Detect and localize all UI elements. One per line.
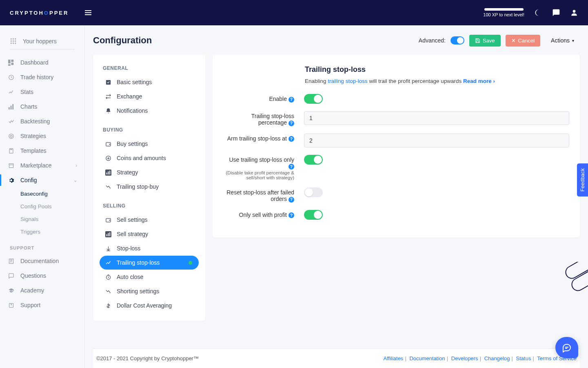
wallet-icon <box>104 140 112 147</box>
menu-toggle-icon[interactable] <box>85 10 91 15</box>
help-icon[interactable]: ? <box>288 120 294 126</box>
sidebar-item-label: Config <box>20 177 37 183</box>
sidebar-item-strategies[interactable]: Strategies <box>0 129 84 143</box>
footer-link-documentation[interactable]: Documentation <box>409 355 445 361</box>
save-icon <box>475 38 480 43</box>
cancel-button[interactable]: ✕ Cancel <box>506 35 540 47</box>
footer-link-developers[interactable]: Developers <box>451 355 478 361</box>
sidebar-item-dashboard[interactable]: Dashboard <box>0 55 84 70</box>
arrow-down-icon <box>104 245 112 252</box>
svg-rect-31 <box>109 170 110 174</box>
footer-link-changelog[interactable]: Changelog <box>484 355 510 361</box>
sidebar-item-charts[interactable]: Charts <box>0 99 84 114</box>
svg-point-33 <box>109 220 110 220</box>
cfg-item-label: Stop-loss <box>117 245 140 252</box>
messages-icon[interactable] <box>552 9 560 17</box>
read-more-link[interactable]: Read more <box>463 78 495 84</box>
cfg-item-shorting-settings[interactable]: Shorting settings <box>100 284 199 298</box>
help-icon[interactable]: ? <box>288 164 294 170</box>
advanced-toggle[interactable] <box>450 36 464 45</box>
sidebar-item-label: Your hoppers <box>23 38 57 45</box>
svg-rect-2 <box>13 38 14 40</box>
clock-icon <box>104 273 112 281</box>
sidebar-item-stats[interactable]: Stats <box>0 85 84 99</box>
help-icon[interactable]: ? <box>288 197 294 203</box>
profit-label: Only sell with profit? <box>223 210 297 219</box>
sidebar-item-config[interactable]: Config ⌄ <box>0 173 84 187</box>
reset-toggle[interactable] <box>304 187 323 197</box>
sidebar-subitem-triggers[interactable]: Triggers <box>20 225 84 238</box>
help-icon[interactable]: ? <box>288 136 294 142</box>
svg-rect-8 <box>13 43 14 44</box>
svg-rect-21 <box>9 165 13 167</box>
trailing-stop-loss-link[interactable]: trailing stop-loss <box>328 78 368 84</box>
sidebar-item-support[interactable]: Support <box>0 298 84 312</box>
trend-down-icon <box>104 183 112 190</box>
sidebar-subitem-signals[interactable]: Signals <box>20 213 84 225</box>
svg-rect-20 <box>9 148 13 153</box>
sidebar-item-label: Support <box>20 302 40 308</box>
save-button[interactable]: Save <box>469 35 501 47</box>
cfg-item-basic-settings[interactable]: Basic settings <box>100 75 199 89</box>
sidebar-item-academy[interactable]: Academy <box>0 283 84 298</box>
enable-toggle[interactable] <box>304 94 323 104</box>
sidebar-item-label: Strategies <box>20 133 46 139</box>
only-toggle[interactable] <box>304 155 323 165</box>
chat-icon <box>562 343 572 352</box>
sidebar-subitem-config-pools[interactable]: Config Pools <box>20 200 84 213</box>
cfg-item-sell-settings[interactable]: Sell settings <box>100 213 199 227</box>
cfg-item-exchange[interactable]: Exchange <box>100 89 199 103</box>
chart-icon <box>104 230 112 238</box>
chat-button[interactable] <box>555 337 578 358</box>
sidebar-item-backtesting[interactable]: Backtesting <box>0 114 84 129</box>
feedback-tab[interactable]: Feedback <box>577 163 588 196</box>
only-label: Use trailing stop-loss only? (Disable ta… <box>223 155 297 181</box>
group-header-general: GENERAL <box>100 63 199 75</box>
footer-link-status[interactable]: Status <box>516 355 531 361</box>
checkbox-icon <box>104 78 112 86</box>
config-form-panel: Trailing stop-loss Enabling trailing sto… <box>213 55 580 238</box>
xp-indicator[interactable]: 100 XP to next level! <box>483 8 524 17</box>
sidebar-item-documentation[interactable]: Documentation <box>0 254 84 268</box>
user-icon[interactable] <box>570 9 578 17</box>
sidebar-item-label: Dashboard <box>20 59 49 66</box>
copyright-text: ©2017 - 2021 Copyright by Cryptohopper™ <box>96 355 199 361</box>
cfg-item-label: Sell strategy <box>117 231 148 237</box>
percent-input[interactable] <box>304 111 569 125</box>
sidebar-item-questions[interactable]: Questions <box>0 268 84 283</box>
cfg-item-sell-strategy[interactable]: Sell strategy <box>100 227 199 241</box>
sidebar-subitem-baseconfig[interactable]: Baseconfig <box>20 187 84 200</box>
profit-toggle[interactable] <box>304 210 323 220</box>
cfg-item-trailing-stop-buy[interactable]: Trailing stop-buy <box>100 180 199 194</box>
sidebar-item-marketplace[interactable]: Marketplace › <box>0 158 84 173</box>
svg-rect-29 <box>106 172 107 174</box>
sidebar-item-trade-history[interactable]: Trade history <box>0 70 84 85</box>
logo[interactable]: CRYPTOHOPPER <box>10 10 69 16</box>
cfg-item-strategy[interactable]: Strategy <box>100 165 199 179</box>
cfg-item-buy-settings[interactable]: Buy settings <box>100 137 199 151</box>
svg-rect-37 <box>109 232 110 236</box>
svg-rect-36 <box>108 233 109 236</box>
xp-text: 100 XP to next level! <box>483 12 524 17</box>
cfg-item-auto-close[interactable]: Auto close <box>100 270 199 284</box>
footer-link-affiliates[interactable]: Affiliates <box>383 355 403 361</box>
cfg-item-dca[interactable]: Dollar Cost Averaging <box>100 299 199 312</box>
xp-progress-bar <box>484 8 524 11</box>
actions-dropdown[interactable]: Actions ▾ <box>545 34 580 47</box>
arm-input[interactable] <box>304 134 569 147</box>
dark-mode-icon[interactable] <box>534 9 542 17</box>
cfg-item-trailing-stop-loss[interactable]: Trailing stop-loss <box>100 256 199 270</box>
cfg-item-label: Trailing stop-buy <box>117 183 159 190</box>
help-icon[interactable]: ? <box>288 97 294 103</box>
page-title: Configuration <box>93 35 152 46</box>
cfg-item-coins-amounts[interactable]: Coins and amounts <box>100 151 199 165</box>
svg-rect-7 <box>11 43 12 44</box>
cfg-item-notifications[interactable]: Notifications <box>100 104 199 118</box>
svg-rect-6 <box>15 40 16 42</box>
cfg-item-stop-loss[interactable]: Stop-loss <box>100 241 199 255</box>
sidebar-item-templates[interactable]: Templates <box>0 143 84 158</box>
config-nav-panel: GENERAL Basic settings Exchange Notifica… <box>93 55 205 321</box>
sidebar-item-your-hoppers[interactable]: Your hoppers <box>10 38 75 45</box>
backtesting-icon <box>7 118 15 125</box>
help-icon[interactable]: ? <box>288 212 294 218</box>
